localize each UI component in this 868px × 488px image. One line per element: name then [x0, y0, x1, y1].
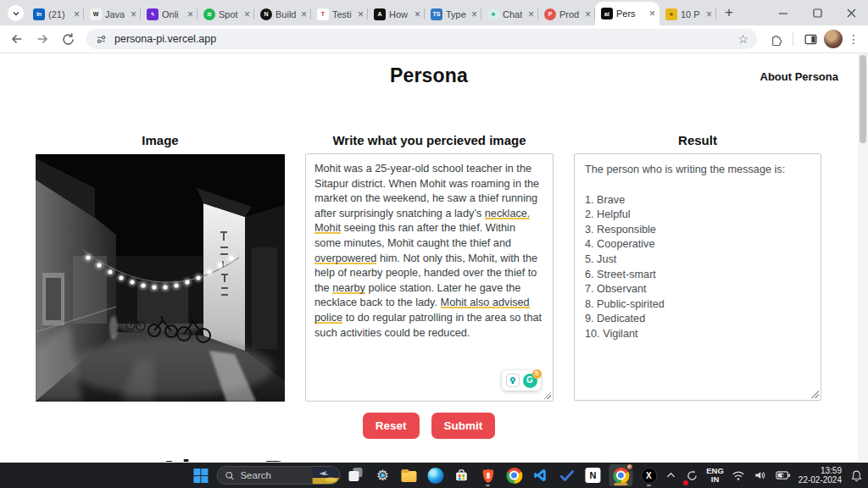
profile-avatar[interactable] — [824, 30, 843, 48]
perception-textarea[interactable]: Mohit was a 25-year-old school teacher i… — [305, 153, 554, 402]
result-item: 2. Helpful — [585, 208, 810, 223]
scrollbar-thumb[interactable] — [860, 55, 866, 143]
result-item: 1. Brave — [585, 193, 810, 208]
result-item: 10. Vigilant — [585, 327, 810, 342]
window-maximize-button[interactable] — [800, 0, 834, 25]
extensions-button[interactable] — [764, 27, 787, 51]
side-panel-button[interactable] — [798, 27, 822, 51]
brave-button[interactable] — [477, 465, 498, 485]
todo-button[interactable] — [556, 465, 576, 485]
browser-tab[interactable]: in(21)× — [27, 3, 84, 25]
languagetool-icon[interactable] — [506, 374, 520, 387]
result-item: 6. Street-smart — [585, 268, 810, 283]
vscode-button[interactable] — [530, 465, 550, 485]
start-button[interactable] — [190, 465, 210, 485]
browser-tab[interactable]: ϟOnli× — [141, 3, 198, 25]
window-close-button[interactable] — [834, 0, 868, 25]
textarea-resize-handle[interactable] — [543, 391, 551, 399]
update-badge — [683, 480, 688, 485]
tray-expand-button[interactable] — [664, 465, 677, 485]
tab-close-icon[interactable]: × — [471, 9, 477, 19]
tab-close-icon[interactable]: × — [244, 9, 250, 19]
tab-close-icon[interactable]: × — [585, 9, 591, 19]
x-twitter-button[interactable]: X — [638, 465, 659, 485]
a-favicon: A — [374, 8, 386, 20]
chevron-down-icon — [12, 9, 20, 18]
notification-center-button[interactable] — [849, 465, 864, 485]
back-button[interactable] — [5, 27, 29, 51]
browser-tab[interactable]: NBuild× — [254, 3, 311, 25]
chatgpt-favicon: ∗ — [487, 8, 499, 20]
tab-close-icon[interactable]: × — [131, 9, 136, 19]
browser-tab[interactable]: TTesti× — [311, 3, 368, 25]
browser-tab[interactable]: TSType× — [425, 3, 481, 25]
tab-title: Pers — [616, 8, 636, 19]
system-tray: ENG IN 13:59 22-02-2024 — [664, 463, 864, 488]
image-column-header: Image — [36, 133, 285, 147]
puzzle-icon — [769, 32, 783, 47]
medal-favicon: ★ — [665, 8, 677, 20]
tab-title: Type — [446, 9, 466, 19]
chrome-button[interactable] — [504, 465, 524, 485]
tab-close-icon[interactable]: × — [187, 9, 193, 19]
result-item: 5. Just — [585, 252, 810, 268]
browser-tab[interactable]: PProd× — [538, 3, 595, 25]
maximize-icon — [813, 8, 822, 18]
result-textarea[interactable]: The person who is writing the message is… — [574, 153, 821, 401]
spotify-favicon: ≋ — [203, 8, 215, 20]
browser-tab[interactable]: ≋Spot× — [198, 3, 254, 25]
submit-button[interactable]: Submit — [431, 413, 496, 439]
volume-button[interactable] — [753, 465, 768, 485]
tab-close-icon[interactable]: × — [528, 9, 534, 19]
language-indicator[interactable]: ENG IN — [706, 467, 724, 484]
forward-button[interactable] — [31, 27, 54, 51]
tab-title: (21) — [48, 9, 65, 19]
browser-menu-button[interactable]: ⋮ — [844, 32, 863, 46]
browser-tab[interactable]: WJava× — [84, 3, 141, 25]
tab-title: Chat — [503, 9, 522, 19]
tab-close-icon[interactable]: × — [301, 9, 307, 19]
tray-date: 22-02-2024 — [798, 475, 842, 485]
notion-button[interactable]: N — [582, 465, 603, 485]
update-status-button[interactable] — [684, 465, 699, 485]
site-info-icon[interactable] — [95, 33, 108, 46]
chrome-active-button[interactable] — [609, 464, 632, 486]
tab-close-icon[interactable]: × — [74, 9, 80, 19]
reload-button[interactable] — [56, 27, 80, 51]
microsoft-store-button[interactable] — [451, 465, 471, 485]
result-resize-handle[interactable] — [811, 391, 819, 398]
search-highlight-image[interactable] — [312, 466, 339, 485]
tab-search-button[interactable] — [8, 5, 24, 21]
page-scrollbar[interactable] — [858, 53, 868, 462]
browser-tab[interactable]: aiPers× — [595, 2, 659, 25]
browser-tab[interactable]: AHow× — [368, 3, 425, 25]
tray-clock[interactable]: 13:59 22-02-2024 — [798, 466, 842, 485]
tab-close-icon[interactable]: × — [415, 9, 420, 19]
battery-button[interactable] — [775, 465, 792, 485]
taskbar-search[interactable]: Search — [216, 466, 340, 485]
tab-title: Testi — [332, 9, 352, 19]
grammarly-icon[interactable]: G 5 — [523, 374, 537, 388]
browser-tab[interactable]: ★10 P× — [659, 3, 716, 25]
tab-close-icon[interactable]: × — [706, 9, 712, 19]
new-tab-button[interactable]: + — [718, 2, 740, 24]
tab-title: Spot — [219, 9, 238, 19]
result-item: 3. Responsible — [585, 223, 810, 238]
wifi-button[interactable] — [731, 465, 746, 485]
edge-button[interactable] — [425, 465, 445, 485]
sync-icon — [686, 469, 698, 482]
windows-logo-icon — [193, 469, 208, 483]
about-persona-link[interactable]: About Persona — [760, 70, 838, 83]
reload-icon — [61, 32, 75, 47]
address-bar[interactable]: persona-pi.vercel.app ☆ — [86, 29, 757, 49]
bookmark-star-icon[interactable]: ☆ — [737, 32, 748, 46]
page-content: Persona About Persona Image Write what y… — [0, 53, 868, 462]
task-view-button[interactable] — [346, 465, 366, 485]
tab-close-icon[interactable]: × — [358, 9, 364, 19]
file-explorer-button[interactable] — [398, 465, 419, 485]
window-minimize-button[interactable] — [766, 0, 800, 25]
settings-button[interactable]: ⚙ — [372, 465, 392, 485]
reset-button[interactable]: Reset — [363, 413, 420, 439]
browser-tab[interactable]: ∗Chat× — [481, 3, 538, 25]
tab-close-icon[interactable]: × — [649, 8, 655, 19]
